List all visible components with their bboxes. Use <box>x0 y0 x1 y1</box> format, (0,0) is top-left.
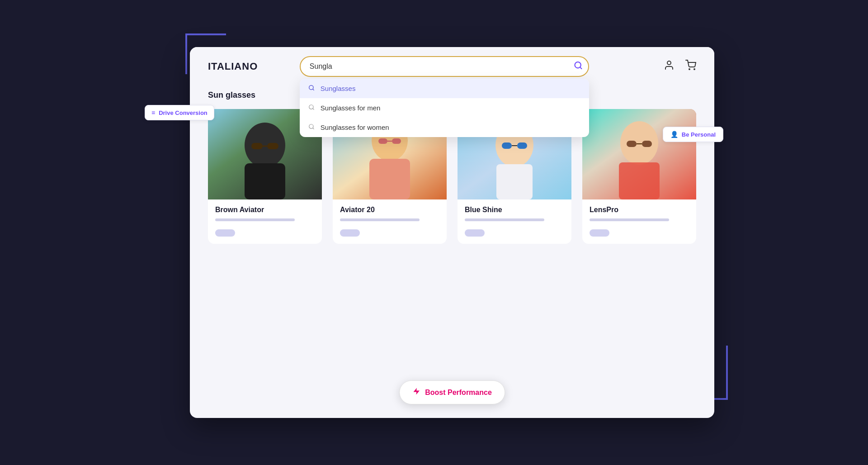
product-info-lenspro: LensPro <box>582 199 696 244</box>
be-personal-label: Be Personal <box>682 131 716 138</box>
svg-point-8 <box>667 61 671 65</box>
search-small-icon-2 <box>308 104 315 112</box>
header-icons <box>664 60 696 73</box>
product-info-brown-aviator: Brown Aviator <box>208 199 322 244</box>
add-to-cart-lenspro[interactable] <box>590 229 609 237</box>
dropdown-item-men[interactable]: Sunglasses for men <box>300 98 589 118</box>
add-to-cart-brown-aviator[interactable] <box>215 229 235 237</box>
rating-bar-blue-shine <box>465 218 544 221</box>
search-small-icon <box>308 85 315 92</box>
svg-line-1 <box>580 67 582 69</box>
svg-rect-21 <box>378 138 387 144</box>
search-button[interactable] <box>574 61 583 72</box>
boost-icon <box>412 387 420 398</box>
browser-window: ITALIANO <box>190 47 714 418</box>
rating-bar-brown-aviator <box>215 218 295 221</box>
add-to-cart-blue-shine[interactable] <box>465 229 485 237</box>
svg-point-32 <box>620 121 658 165</box>
dropdown-item-label-women: Sunglasses for women <box>321 123 389 131</box>
svg-marker-37 <box>413 388 420 395</box>
svg-rect-13 <box>245 163 285 199</box>
dropdown-item-women[interactable]: Sunglasses for women <box>300 118 589 137</box>
boost-performance-label: Boost Performance <box>425 389 492 397</box>
product-info-aviator20: Aviator 20 <box>333 199 447 244</box>
search-icon <box>574 61 583 70</box>
drive-conversion-label: Drive Conversion <box>159 109 208 116</box>
drive-conversion-badge[interactable]: ≡ Drive Conversion <box>145 105 214 120</box>
search-container: Sunglasses Sunglasses for men <box>300 56 589 77</box>
product-name-blue-shine: Blue Shine <box>465 206 564 214</box>
boost-performance-wrapper: Boost Performance <box>399 380 505 404</box>
rating-bar-aviator20 <box>340 218 420 221</box>
search-small-icon-3 <box>308 123 315 131</box>
search-input[interactable] <box>300 56 589 77</box>
add-to-cart-aviator20[interactable] <box>340 229 360 237</box>
be-personal-icon: 👤 <box>670 131 678 138</box>
svg-rect-15 <box>267 143 278 149</box>
be-personal-badge[interactable]: 👤 Be Personal <box>663 127 723 142</box>
dropdown-item-sunglasses[interactable]: Sunglasses <box>300 79 589 98</box>
dropdown-item-label-men: Sunglasses for men <box>321 104 381 112</box>
product-name-brown-aviator: Brown Aviator <box>215 206 315 214</box>
svg-line-3 <box>313 89 314 90</box>
rating-bar-lenspro <box>590 218 669 221</box>
header: ITALIANO <box>190 47 714 86</box>
search-dropdown: Sunglasses Sunglasses for men <box>300 79 589 137</box>
svg-rect-33 <box>627 141 637 147</box>
product-name-aviator20: Aviator 20 <box>340 206 439 214</box>
svg-point-12 <box>245 123 285 168</box>
svg-rect-34 <box>642 141 652 147</box>
svg-rect-22 <box>392 138 401 144</box>
logo: ITALIANO <box>208 61 258 72</box>
svg-rect-36 <box>619 162 660 199</box>
svg-rect-27 <box>502 142 512 149</box>
product-name-lenspro: LensPro <box>590 206 689 214</box>
product-image-lenspro <box>582 109 696 199</box>
svg-point-10 <box>694 69 695 70</box>
dropdown-item-label: Sunglasses <box>321 85 356 92</box>
lightning-icon <box>412 387 420 395</box>
drive-conversion-icon: ≡ <box>151 109 155 116</box>
svg-rect-24 <box>369 159 410 199</box>
boost-performance-button[interactable]: Boost Performance <box>399 380 505 404</box>
svg-rect-28 <box>517 142 527 149</box>
svg-point-9 <box>689 69 690 70</box>
svg-rect-30 <box>496 164 533 199</box>
cart-icon[interactable] <box>685 60 696 73</box>
account-icon[interactable] <box>664 60 675 73</box>
svg-line-5 <box>313 109 314 110</box>
svg-line-7 <box>313 128 314 129</box>
product-info-blue-shine: Blue Shine <box>458 199 571 244</box>
svg-rect-14 <box>251 143 263 149</box>
